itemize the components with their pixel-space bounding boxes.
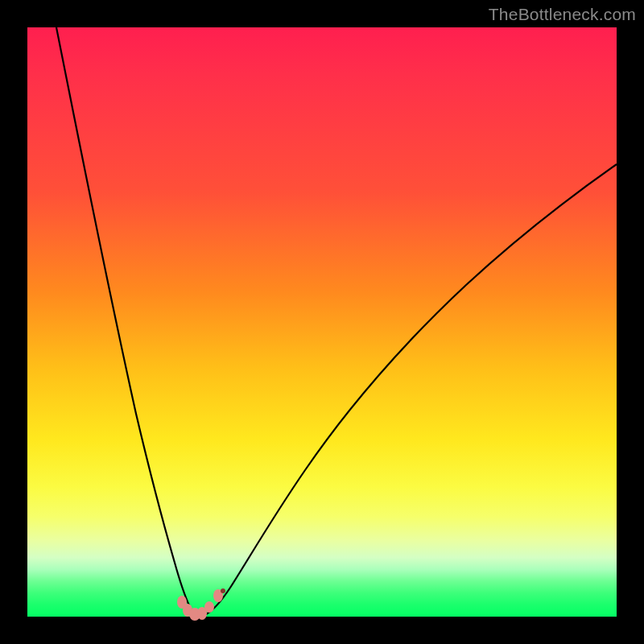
- curve-left-branch: [56, 27, 196, 615]
- bottleneck-curve: [27, 27, 617, 617]
- svg-point-4: [204, 601, 214, 613]
- svg-point-6: [221, 588, 225, 593]
- curve-right-branch: [196, 164, 617, 616]
- watermark-text: TheBottleneck.com: [489, 5, 636, 24]
